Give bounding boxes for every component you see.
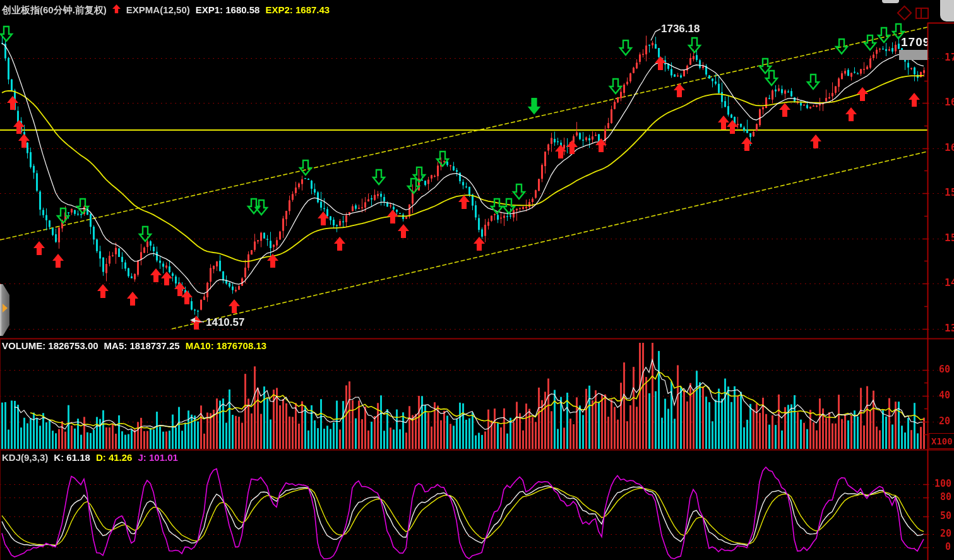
kdj-axis-label: 80 bbox=[940, 492, 951, 502]
kdj-j-value: J: 101.01 bbox=[138, 453, 177, 462]
volume-header: VOLUME: 1826753.00 MA5: 1818737.25 MA10:… bbox=[2, 341, 266, 350]
chart-title: 创业板指(60分钟.前复权) bbox=[2, 5, 107, 15]
volume-axis-label: 40 bbox=[939, 391, 950, 400]
main-axis-label: 1399 bbox=[945, 323, 954, 333]
kdj-axis-label: 0 bbox=[945, 542, 951, 552]
split-line-icon bbox=[921, 9, 922, 18]
chart-canvas[interactable] bbox=[0, 0, 954, 560]
volume-ma5-value: MA5: 1818737.25 bbox=[104, 341, 180, 350]
main-axis-label: 1608 bbox=[945, 143, 954, 153]
trend-up-icon bbox=[112, 4, 121, 15]
kdj-indicator-label: KDJ(9,3,3) bbox=[2, 453, 48, 462]
kdj-axis-label: 100 bbox=[934, 479, 951, 489]
kdj-axis-label: 50 bbox=[940, 511, 951, 521]
main-axis-label: 1504 bbox=[945, 233, 954, 243]
last-price-label: 1709 bbox=[901, 36, 927, 48]
main-chart-header: 创业板指(60分钟.前复权) EXPMA(12,50) EXP1: 1680.5… bbox=[2, 4, 330, 15]
exp2-value: EXP2: 1687.43 bbox=[265, 5, 330, 15]
expand-right-arrow-icon bbox=[3, 304, 8, 313]
exp1-value: EXP1: 1680.58 bbox=[196, 5, 260, 15]
kdj-d-value: D: 41.26 bbox=[96, 453, 133, 462]
window-fragment-corner bbox=[940, 0, 954, 21]
peak-price-label: 1736.18 bbox=[661, 23, 700, 34]
kdj-k-value: K: 61.18 bbox=[54, 453, 90, 462]
main-axis-label: 1556 bbox=[945, 188, 954, 198]
volume-axis-label: 60 bbox=[939, 365, 950, 374]
trading-app-window: { "main_chart": { "header": { "title": "… bbox=[0, 0, 954, 560]
volume-value: VOLUME: 1826753.00 bbox=[2, 341, 98, 350]
main-axis-label: 1452 bbox=[945, 278, 954, 288]
volume-unit-box: X100 bbox=[929, 433, 954, 449]
kdj-axis-label: 20 bbox=[940, 529, 951, 539]
volume-axis-label: 20 bbox=[939, 417, 950, 426]
indicator-label: EXPMA(12,50) bbox=[126, 5, 190, 15]
main-axis-label: 1713 bbox=[945, 52, 954, 63]
window-fragment-top bbox=[882, 0, 899, 3]
main-axis-label: 1661 bbox=[945, 97, 954, 107]
split-window-icon[interactable] bbox=[915, 8, 929, 19]
axis-price-marker bbox=[899, 50, 927, 60]
kdj-header: KDJ(9,3,3) K: 61.18 D: 41.26 J: 101.01 bbox=[2, 453, 178, 462]
volume-ma10-value: MA10: 1876708.13 bbox=[186, 341, 266, 350]
low-price-label: 1410.57 bbox=[206, 317, 244, 328]
